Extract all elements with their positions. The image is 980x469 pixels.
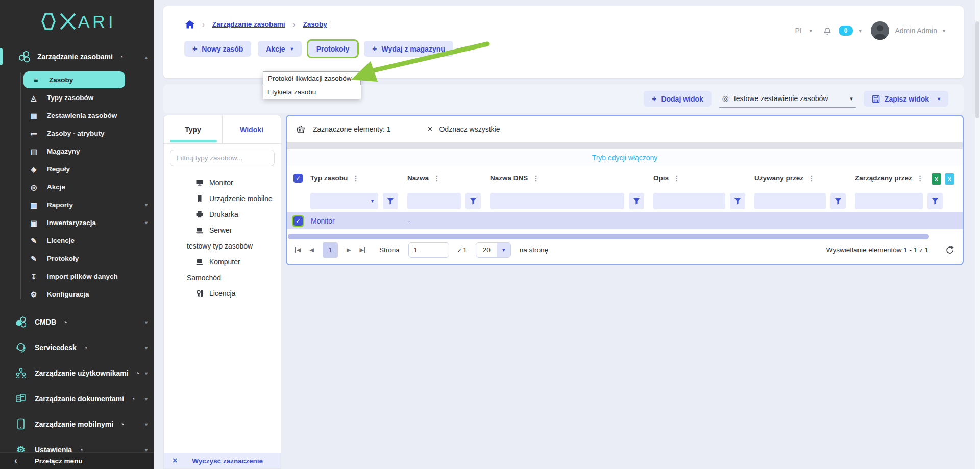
menu-item-etykieta-zasobu[interactable]: Etykieta zasobu [263,85,361,99]
issue-from-warehouse-button[interactable]: + Wydaj z magazynu [364,41,453,57]
sidebar-item-protokoly[interactable]: ✎ Protokoły [0,250,154,267]
brand-logo-icon [38,10,77,33]
column-menu-icon[interactable]: ⋮ [808,174,815,182]
close-icon[interactable]: × [428,124,433,134]
last-page-button[interactable]: ▶ [359,246,365,253]
tree-item-testowy-typ-zasobow[interactable]: testowy typ zasobów [164,238,281,254]
filter-input-typ-zasobu[interactable] [310,193,378,209]
tab-typy[interactable]: Typy [164,115,222,143]
tree-item-licencja[interactable]: Licencja [164,285,281,301]
tree-item-label: Monitor [209,179,233,187]
filter-input-opis[interactable] [653,193,725,209]
sidebar-item-akcje[interactable]: ◎ Akcje [0,178,154,196]
actions-button[interactable]: Akcje ▾ [258,41,301,57]
menu-item-protokol-likwidacji-zasobow[interactable]: Protokół likwidacji zasobów [263,71,361,85]
chevron-down-icon: ▾ [810,28,812,34]
tab-widoki[interactable]: Widoki [222,115,281,143]
sidebar-module-cmdb[interactable]: CMDB ◔ ▾ [0,309,154,335]
next-page-button[interactable]: ▶ [347,246,351,253]
filter-button-opis[interactable] [730,193,745,209]
attributes-icon: ≔ [29,130,38,138]
filter-input-nazwa[interactable] [407,193,461,209]
first-page-button[interactable]: ◀ [295,246,301,253]
page-size-select[interactable]: 20 ▾ [476,242,511,258]
sidebar-module-zarzadzanie-mobilnymi[interactable]: Zarządzanie mobilnymi ◔ ▾ [0,411,154,437]
breadcrumb-link-zasoby[interactable]: Zasoby [303,20,327,28]
protocols-button[interactable]: Protokoły [308,41,358,57]
sidebar-item-label: Akcje [47,183,65,191]
filter-input-uzywany-przez[interactable] [754,193,826,209]
sidebar-item-magazyny[interactable]: ▤ Magazyny [0,142,154,160]
tree-item-label: Serwer [209,226,232,234]
page-number-input[interactable] [408,242,449,258]
column-menu-icon[interactable]: ⋮ [673,174,680,182]
view-select[interactable]: ◎ testowe zestawienie zasobów ▾ [719,90,856,108]
export-csv-icon[interactable]: X [945,173,954,185]
sidebar-item-konfiguracja[interactable]: ⚙ Konfiguracja [0,285,154,303]
sidebar-item-raporty[interactable]: ▥ Raporty ▾ [0,196,154,214]
sidebar-item-typy-zasobow[interactable]: ◬ Typy zasobów [0,89,154,107]
filter-button-zarzadzany-przez[interactable] [927,193,943,209]
select-all-checkbox[interactable]: ✓ [293,174,303,183]
license-icon [195,289,204,298]
column-menu-icon[interactable]: ⋮ [352,174,359,182]
page-scrollbar-thumb[interactable] [975,21,979,118]
sidebar-item-zestawienia-zasobow[interactable]: ▦ Zestawienia zasobów [0,107,154,125]
sidebar-module-zarzadzanie-zasobami[interactable]: Zarządzanie zasobami ◔ ▴ [0,47,154,66]
column-menu-icon[interactable]: ⋮ [433,174,440,182]
avatar[interactable] [871,21,889,40]
row-checkbox[interactable]: ✓ [293,216,303,226]
type-filter-input[interactable] [170,150,275,166]
add-view-button[interactable]: + Dodaj widok [644,91,712,107]
new-asset-button[interactable]: + Nowy zasób [184,41,251,57]
tree-item-monitor[interactable]: Monitor [164,175,281,190]
deselect-all-button[interactable]: Odznacz wszystkie [439,125,500,133]
filter-button-uzywany-przez[interactable] [830,193,846,209]
cell-typ-zasobu[interactable]: Monitor [307,217,404,225]
sidebar-item-zasoby-atrybuty[interactable]: ≔ Zasoby - atrybuty [0,125,154,142]
language-selector[interactable]: PL [795,27,804,35]
clear-selection-button[interactable]: × Wyczyść zaznaczenie [164,453,281,468]
home-icon[interactable] [185,20,194,29]
filter-button-nazwa[interactable] [465,193,481,209]
current-page-button[interactable]: 1 [323,242,338,258]
filter-button-typ-zasobu[interactable] [383,193,398,209]
export-xlsx-icon[interactable]: X [932,173,941,185]
sidebar-item-zasoby[interactable]: ≡ Zasoby [23,71,125,88]
brand-logo: ARI [0,0,154,43]
toggle-menu-button[interactable]: ‹ Przełącz menu [0,452,154,469]
sidebar-module-zarzadzanie-uzytkownikami[interactable]: Zarządzanie użytkownikami ◔ ▾ [0,360,154,386]
tree-item-komputer[interactable]: Komputer [164,254,281,269]
filter-input-nazwa-dns[interactable] [490,193,624,209]
save-view-button[interactable]: Zapisz widok ▾ [864,91,948,107]
scrollbar-thumb[interactable] [288,234,929,239]
sidebar-item-reguly[interactable]: ◈ Reguły [0,160,154,178]
tree-item-samochod[interactable]: Samochód [164,269,281,285]
tree-item-urzadzenie-mobilne[interactable]: Urządzenie mobilne [164,190,281,206]
filter-input-zarzadzany-przez[interactable] [855,193,923,209]
chevron-down-icon[interactable]: ▾ [371,198,374,204]
license-doc-icon: ✎ [29,237,38,245]
refresh-icon[interactable] [945,245,954,255]
cell-nazwa[interactable]: - [404,217,487,225]
tree-item-drukarka[interactable]: Drukarka [164,206,281,222]
bell-icon[interactable] [822,25,833,36]
protocol-doc-icon: ✎ [29,255,38,263]
user-name[interactable]: Admin Admin [895,27,937,35]
breadcrumb-link-zarzadzanie-zasobami[interactable]: Zarządzanie zasobami [212,20,285,28]
sidebar-module-servicedesk[interactable]: Servicedesk ◔ ▾ [0,335,154,360]
column-menu-icon[interactable]: ⋮ [532,174,540,182]
tree-item-serwer[interactable]: Serwer [164,222,281,238]
sidebar-item-licencje[interactable]: ✎ Licencje [0,232,154,250]
sidebar-item-inwentaryzacja[interactable]: ▣ Inwentaryzacja ▾ [0,214,154,232]
sidebar-module-zarzadzanie-dokumentami[interactable]: Zarządzanie dokumentami ◔ ▾ [0,386,154,411]
horizontal-scrollbar-top[interactable] [287,142,963,149]
sidebar-item-import-plikow-danych[interactable]: ↧ Import plików danych [0,267,154,285]
column-menu-icon[interactable]: ⋮ [917,174,924,182]
notification-badge[interactable]: 0 [839,26,853,36]
previous-page-button[interactable]: ◀ [309,246,313,253]
topbar-right: PL ▾ 0 ▾ Admin Admin ▾ [795,21,945,40]
edit-mode-banner[interactable]: Tryb edycji włączony [287,149,963,166]
table-row[interactable]: ✓ Monitor - [287,212,963,229]
filter-button-nazwa-dns[interactable] [629,193,644,209]
